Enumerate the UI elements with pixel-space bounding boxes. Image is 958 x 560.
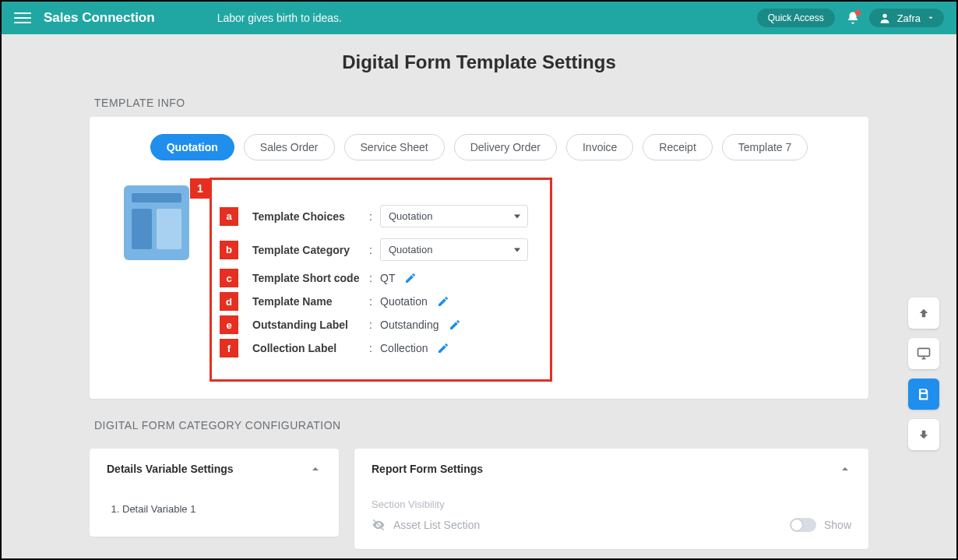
section-category-config: DIGITAL FORM CATEGORY CONFIGURATION xyxy=(94,419,868,431)
form-row-template-short-code: cTemplate Short code:QT xyxy=(252,272,534,284)
template-choices-select[interactable]: Quotation xyxy=(380,205,528,227)
floating-actions xyxy=(908,298,939,450)
form-row-template-choices: aTemplate Choices:Quotation xyxy=(252,205,534,227)
user-name: Zafra xyxy=(897,12,921,24)
form-row-template-name: dTemplate Name:Quotation xyxy=(252,295,534,308)
eye-off-icon xyxy=(372,518,386,532)
field-value: Collection xyxy=(380,342,428,354)
form-row-collection-label: fCollection Label:Collection xyxy=(252,342,534,354)
field-value: Outstanding xyxy=(380,319,439,331)
preview-button[interactable] xyxy=(908,338,939,369)
topbar: Sales Connection Labor gives birth to id… xyxy=(2,2,956,34)
colon: : xyxy=(369,319,380,331)
report-form-header[interactable]: Report Form Settings xyxy=(354,449,868,489)
tab-template-7[interactable]: Template 7 xyxy=(722,134,808,160)
annotation-letter: f xyxy=(220,339,238,357)
annotation-letter: e xyxy=(220,315,238,334)
details-variable-header[interactable]: Details Variable Settings xyxy=(90,449,339,489)
colon: : xyxy=(369,244,380,256)
tab-receipt[interactable]: Receipt xyxy=(643,134,712,160)
document-icon xyxy=(124,185,189,260)
asset-list-label: Asset List Section xyxy=(393,519,480,531)
notification-icon[interactable] xyxy=(846,11,860,25)
annotation-letter: a xyxy=(220,207,238,226)
tabs-row: QuotationSales OrderService SheetDeliver… xyxy=(110,134,848,160)
toggle-show-label: Show xyxy=(824,519,851,531)
section-visibility-label: Section Visibility xyxy=(372,498,851,510)
template-info-card: QuotationSales OrderService SheetDeliver… xyxy=(90,117,868,399)
tab-delivery-order[interactable]: Delivery Order xyxy=(454,134,557,160)
field-label: Outstanding Label xyxy=(252,319,369,331)
field-label: Template Short code xyxy=(252,272,369,284)
tagline: Labor gives birth to ideas. xyxy=(217,12,342,24)
form-row-outstanding-label: eOutstanding Label:Outstanding xyxy=(252,319,534,331)
edit-icon[interactable] xyxy=(437,342,449,354)
tab-quotation[interactable]: Quotation xyxy=(150,134,234,160)
user-menu[interactable]: Zafra xyxy=(869,9,944,27)
menu-icon[interactable] xyxy=(14,9,31,26)
details-variable-title: Details Variable Settings xyxy=(107,463,234,475)
tab-sales-order[interactable]: Sales Order xyxy=(244,134,335,160)
colon: : xyxy=(369,295,380,308)
page-title: Digital Form Template Settings xyxy=(90,51,868,73)
tab-service-sheet[interactable]: Service Sheet xyxy=(344,134,445,160)
field-label: Collection Label xyxy=(252,342,369,354)
colon: : xyxy=(369,272,380,284)
field-label: Template Choices xyxy=(252,210,369,223)
edit-icon[interactable] xyxy=(449,319,461,331)
annotation-box: 1 aTemplate Choices:QuotationbTemplate C… xyxy=(210,178,552,382)
asset-list-toggle[interactable] xyxy=(790,518,816,532)
annotation-letter: b xyxy=(220,241,238,259)
list-item[interactable]: Detail Variable 1 xyxy=(122,498,322,519)
svg-rect-2 xyxy=(918,348,930,356)
report-form-panel: Report Form Settings Section Visibility … xyxy=(354,449,868,549)
details-variable-panel: Details Variable Settings Detail Variabl… xyxy=(90,449,339,537)
chevron-up-icon xyxy=(309,463,322,475)
annotation-number: 1 xyxy=(190,178,210,199)
colon: : xyxy=(369,210,380,223)
report-form-title: Report Form Settings xyxy=(372,463,483,475)
edit-icon[interactable] xyxy=(404,272,417,284)
brand-title: Sales Connection xyxy=(44,10,155,26)
field-label: Template Category xyxy=(252,244,369,256)
edit-icon[interactable] xyxy=(437,295,449,308)
quick-access-button[interactable]: Quick Access xyxy=(757,9,835,27)
tab-invoice[interactable]: Invoice xyxy=(566,134,633,160)
field-label: Template Name xyxy=(252,295,369,308)
chevron-down-icon xyxy=(927,14,935,22)
field-value: Quotation xyxy=(380,295,428,308)
template-category-select[interactable]: Quotation xyxy=(380,238,528,261)
svg-point-0 xyxy=(882,14,886,18)
annotation-letter: c xyxy=(220,269,238,287)
colon: : xyxy=(369,342,380,354)
save-button[interactable] xyxy=(908,379,939,410)
section-template-info: TEMPLATE INFO xyxy=(94,97,868,109)
scroll-up-button[interactable] xyxy=(908,298,939,329)
form-row-template-category: bTemplate Category:Quotation xyxy=(252,238,534,261)
annotation-letter: d xyxy=(220,292,238,311)
chevron-up-icon xyxy=(839,463,851,475)
scroll-down-button[interactable] xyxy=(908,419,939,450)
field-value: QT xyxy=(380,272,395,284)
